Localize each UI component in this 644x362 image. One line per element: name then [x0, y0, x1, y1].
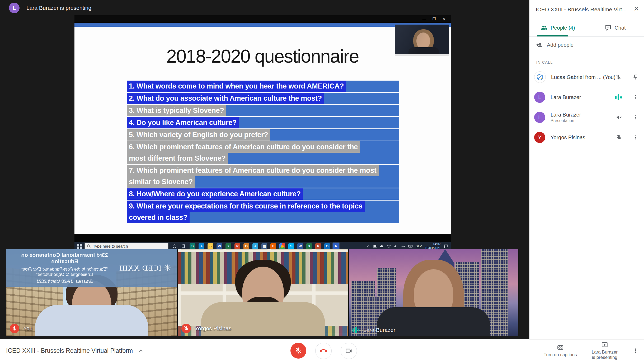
taskbar-clock[interactable]: 14:37 19/03/2021 — [425, 242, 441, 250]
participant-name: Lucas Gabriel from ... (You) — [551, 74, 615, 81]
tile-label-yorgos: Yorgos Pisinas — [181, 324, 231, 333]
iced-logo: ✳ ICED XXIII — [119, 263, 171, 273]
more-vert-icon[interactable] — [633, 95, 638, 100]
conference-line1: 23rd International Conference on Educati… — [14, 252, 115, 264]
app-explorer-icon[interactable]: ▭ — [208, 243, 213, 249]
question-text: similar to Slovene? — [127, 176, 195, 188]
taskbar-apps: S e ▭ W X P O e ▦ F ◉ S W X P O ▶ — [190, 243, 339, 249]
tray-chevron-up-icon[interactable] — [366, 244, 370, 248]
participant-row-lara-presentation[interactable]: L Lara Burazer Presentation — [529, 107, 644, 127]
app-skype-icon[interactable]: S — [288, 243, 294, 249]
video-tile-yorgos[interactable]: Yorgos Pisinas — [178, 249, 348, 336]
language-indicator[interactable]: SLV — [416, 244, 422, 248]
conference-banner-mirrored: ✳ ICED XXIII 23rd International Conferen… — [6, 249, 177, 287]
close-window-icon[interactable]: ✕ — [442, 17, 446, 21]
person-add-icon — [536, 42, 543, 48]
tray-cloud-icon[interactable] — [380, 244, 384, 248]
question-text: 7. Which prominent features of American … — [127, 165, 379, 176]
avatar-logo — [534, 71, 546, 83]
add-people-button[interactable]: Add people — [529, 37, 644, 53]
sidebar-panel: ICED XXIII - Brussels Realtime Virt... ✕… — [529, 0, 644, 340]
question-text: most different from Slovene? — [127, 153, 228, 164]
hang-up-button[interactable] — [315, 343, 332, 359]
app-store-icon[interactable]: S — [190, 243, 195, 249]
presenting-status-button[interactable]: Lara Burazer is presenting — [592, 341, 618, 360]
app-word-icon[interactable]: W — [217, 243, 222, 249]
question-row: 6. Which prominent features of American … — [127, 141, 399, 164]
active-tab-underline — [537, 35, 568, 36]
video-tile-you[interactable]: ✳ ICED XXIII 23rd International Conferen… — [6, 249, 177, 336]
volume-off-icon — [616, 114, 622, 120]
app-outlook-icon[interactable]: O — [243, 243, 249, 249]
videocam-icon — [345, 347, 352, 355]
question-row: 8. How/Where do you experience American … — [127, 188, 399, 200]
app-firefox-icon[interactable]: F — [270, 243, 276, 249]
participant-row-yorgos[interactable]: Y Yorgos Pisinas — [529, 127, 644, 147]
app-edge-icon[interactable]: e — [199, 243, 204, 249]
start-button-icon[interactable] — [77, 244, 82, 249]
app-powerpoint2-icon[interactable]: P — [315, 243, 321, 249]
tab-chat[interactable]: Chat — [587, 19, 644, 36]
window-controls: — ❐ ✕ — [422, 17, 446, 21]
mic-off-icon — [12, 326, 17, 331]
tab-chat-label: Chat — [614, 25, 626, 31]
cortana-icon[interactable] — [172, 244, 177, 249]
app-excel2-icon[interactable]: X — [306, 243, 312, 249]
tray-laptop-icon[interactable] — [373, 244, 377, 248]
meet-window: L Lara Burazer is presenting — ❐ ✕ 2018-… — [0, 0, 644, 362]
more-vert-icon[interactable] — [633, 135, 638, 140]
question-row: 1. What words come to mind when you hear… — [127, 81, 399, 92]
camera-toggle-button[interactable] — [341, 343, 357, 359]
app-chrome-icon[interactable]: ◉ — [279, 243, 285, 249]
taskbar-search-input[interactable]: Type here to search — [84, 243, 168, 250]
question-text: 9. What are your expectations for this c… — [127, 201, 365, 212]
participant-row-lara[interactable]: L Lara Burazer — [529, 87, 644, 107]
call-controls — [290, 343, 357, 359]
mic-off-badge — [181, 324, 191, 333]
restore-icon[interactable]: ❐ — [432, 17, 436, 21]
shared-screen: — ❐ ✕ 2018-2020 questionnaire 1. What wo… — [74, 15, 451, 250]
tray-volume-icon[interactable] — [394, 244, 398, 248]
question-text: covered in class? — [127, 212, 190, 223]
minimize-icon[interactable]: — — [422, 17, 426, 21]
people-icon — [541, 25, 547, 31]
add-people-label: Add people — [547, 42, 574, 48]
app-excel-icon[interactable]: X — [225, 243, 231, 249]
question-row: 9. What are your expectations for this c… — [127, 201, 399, 223]
bottom-right-actions: Turn on captions Lara Burazer is present… — [544, 340, 639, 362]
more-vert-icon[interactable] — [633, 115, 638, 120]
tray-keyboard-icon[interactable] — [408, 244, 413, 248]
mic-toggle-button[interactable] — [290, 343, 306, 359]
app-active-icon[interactable]: ▶ — [333, 243, 339, 249]
action-center-icon[interactable] — [444, 244, 448, 248]
participant-row-lucas[interactable]: Lucas Gabriel from ... (You) — [529, 67, 644, 87]
close-sidebar-icon[interactable]: ✕ — [633, 5, 639, 13]
video-tile-lara[interactable]: Lara Burazer — [349, 249, 518, 336]
tray-wifi-icon[interactable] — [387, 244, 391, 248]
task-view-icon[interactable] — [181, 244, 186, 249]
pin-icon[interactable] — [632, 74, 638, 80]
presentation-titlebar — [74, 15, 451, 23]
slide-title: 2018-2020 questionnaire — [74, 46, 451, 67]
taskbar-time: 14:37 — [425, 242, 441, 246]
presentation-slide: 2018-2020 questionnaire 1. What words co… — [74, 27, 451, 234]
presenting-text: Lara Burazer is presenting — [26, 5, 91, 11]
app-powerpoint-icon[interactable]: P — [234, 243, 240, 249]
more-options-icon[interactable] — [632, 348, 639, 354]
question-row: 7. Which prominent features of American … — [127, 165, 399, 188]
app-ie-icon[interactable]: e — [252, 243, 258, 249]
tile-name: You — [23, 325, 32, 332]
captions-button[interactable]: Turn on captions — [544, 344, 577, 358]
mic-off-icon — [184, 326, 189, 331]
tray-teamviewer-icon[interactable] — [401, 244, 405, 248]
iced-star-icon: ✳ — [164, 263, 172, 273]
tab-people[interactable]: People (4) — [529, 19, 587, 36]
tile-label-you: You — [10, 324, 32, 333]
call-end-icon — [319, 347, 327, 355]
app-word2-icon[interactable]: W — [297, 243, 303, 249]
app-outlook2-icon[interactable]: O — [324, 243, 330, 249]
participant-subtitle: Presentation — [551, 118, 581, 123]
app-calculator-icon[interactable]: ▦ — [261, 243, 267, 249]
chevron-up-icon — [138, 348, 143, 354]
meeting-title[interactable]: ICED XXIII - Brussels Realtime Virtual P… — [6, 340, 143, 362]
